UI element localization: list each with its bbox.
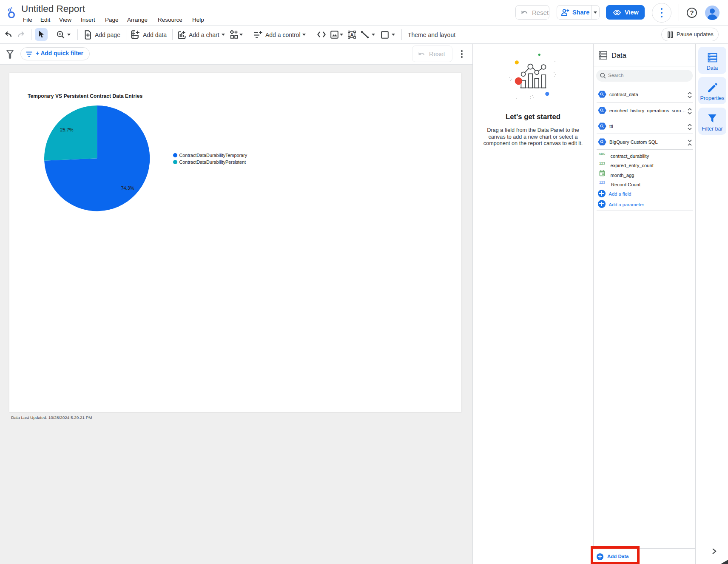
svg-text:A: A <box>350 32 354 37</box>
